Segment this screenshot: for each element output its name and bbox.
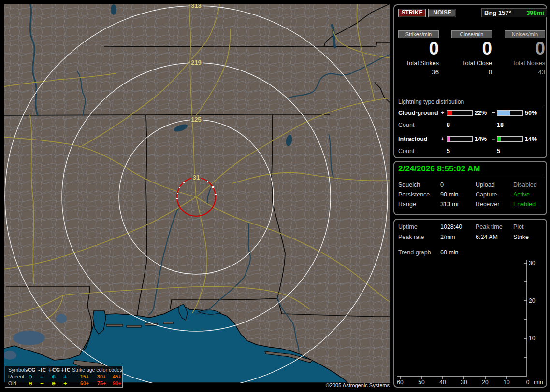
cloud-ground-row: Cloud-ground + 22% − 50% xyxy=(394,110,546,117)
ic-positive-pct: 14% xyxy=(475,136,487,142)
minus-sign: − xyxy=(492,110,495,116)
x-tick-50: 50 xyxy=(415,379,428,386)
cg-positive-fill xyxy=(447,111,452,115)
age-45: 45+ xyxy=(108,374,126,380)
map-graphic: 313 219 125 31 xyxy=(4,4,390,383)
legend-age-title: Strike age color codes xyxy=(72,367,122,373)
x-axis-unit: min xyxy=(532,379,545,386)
cg-positive-pct: 22% xyxy=(475,110,487,116)
plus-icon: + xyxy=(59,374,71,380)
bearing-range-value: 398mi xyxy=(526,9,544,17)
total-close-value: 0 xyxy=(449,69,495,76)
ring-label-313: 313 xyxy=(191,4,202,9)
capture-status: Active xyxy=(513,191,530,198)
ring-label-219: 219 xyxy=(191,59,202,66)
ic-negative-pct: 14% xyxy=(525,136,537,142)
minus-sign: − xyxy=(492,136,495,142)
strike-button[interactable]: STRIKE xyxy=(398,9,426,17)
cg-negative-fill xyxy=(497,111,510,115)
copyright-text: ©2005 Astrogenic Systems xyxy=(290,382,390,388)
bearing-display: Bng 157° 398mi xyxy=(481,8,547,17)
upload-status: Disabled xyxy=(513,182,537,188)
ic-negative-fill xyxy=(497,137,501,141)
cloud-ground-label: Cloud-ground xyxy=(398,110,438,116)
total-strikes-label: Total Strikes xyxy=(395,60,442,67)
close-per-min-label: Close/min xyxy=(451,30,492,38)
plus-sign: + xyxy=(441,110,444,116)
legend-col-pos-ic: +IC xyxy=(59,367,71,373)
ic-positive-fill xyxy=(447,137,450,141)
ring-label-31: 31 xyxy=(193,174,200,181)
capture-label: Capture xyxy=(476,191,497,198)
circle-plus-icon: ⊕ xyxy=(48,374,59,380)
count-label: Count xyxy=(398,122,414,128)
circle-minus-icon: ⊖ xyxy=(25,380,36,387)
y-tick-30: 30 xyxy=(529,260,543,266)
intracloud-label: Intracloud xyxy=(398,136,427,142)
map-legend: Symbols -CG -IC +CG +IC Strike age color… xyxy=(5,366,123,388)
x-tick-20: 20 xyxy=(478,379,492,386)
ic-negative-bar xyxy=(497,136,523,142)
age-15: 15+ xyxy=(76,374,93,380)
legend-symbols-label: Symbols xyxy=(8,367,27,373)
ic-negative-count: 5 xyxy=(497,148,500,154)
y-tick-10: 10 xyxy=(529,335,543,342)
range-value: 313 mi xyxy=(440,201,459,208)
datetime-display: 2/24/2026 8:55:02 AM xyxy=(398,164,544,176)
cg-negative-count: 18 xyxy=(497,122,504,128)
total-close-label: Total Close xyxy=(449,60,495,67)
minus-icon: − xyxy=(36,380,48,387)
noises-per-min-counter: Noises/min 0 Total Noises 43 xyxy=(502,30,548,76)
status-row-range: Range 313 mi Receiver Enabled xyxy=(394,201,546,208)
trend-graph-axes xyxy=(394,220,546,387)
status-row-squelch: Squelch 0 Upload Disabled xyxy=(394,182,546,188)
legend-col-pos-cg: +CG xyxy=(48,367,59,373)
x-tick-30: 30 xyxy=(457,379,471,386)
plus-sign: + xyxy=(441,136,444,142)
x-tick-60: 60 xyxy=(393,379,407,386)
cg-positive-count: 8 xyxy=(447,122,450,128)
legend-recent-row: Recent ⊖ − ⊕ + 15+ 30+ 45+ xyxy=(5,374,122,380)
count-label: Count xyxy=(398,148,414,154)
strikes-per-min-counter: Strikes/min 0 Total Strikes 36 xyxy=(395,30,442,76)
noises-per-min-label: Noises/min xyxy=(505,30,545,38)
noises-per-min-value: 0 xyxy=(502,39,548,58)
legend-header-row: Symbols -CG -IC +CG +IC Strike age color… xyxy=(5,367,122,373)
circle-minus-icon: ⊖ xyxy=(25,374,36,380)
legend-col-neg-cg: -CG xyxy=(25,367,36,373)
map-canvas[interactable]: 313 219 125 31 Symbols -CG -IC +CG +IC S… xyxy=(4,4,390,383)
strikes-per-min-label: Strikes/min xyxy=(398,30,439,38)
total-strikes-value: 36 xyxy=(395,69,442,76)
legend-old-row: Old ⊖ − ⊕ + 60+ 75+ 90+ xyxy=(5,380,122,387)
squelch-value: 0 xyxy=(440,182,444,188)
total-noises-value: 43 xyxy=(502,69,548,76)
ic-positive-bar xyxy=(447,136,473,142)
cg-positive-bar xyxy=(447,110,473,116)
age-60: 60+ xyxy=(76,380,93,387)
receiver-label: Receiver xyxy=(476,201,499,208)
circle-plus-icon: ⊕ xyxy=(48,380,59,387)
legend-old-label: Old xyxy=(8,380,27,387)
y-tick-20: 20 xyxy=(529,297,543,304)
legend-recent-label: Recent xyxy=(8,374,27,380)
status-row-persistence: Persistence 90 min Capture Active xyxy=(394,191,546,198)
ic-positive-count: 5 xyxy=(447,148,450,154)
persistence-label: Persistence xyxy=(398,191,430,198)
bearing-value: Bng 157° xyxy=(484,9,511,16)
intracloud-row: Intracloud + 14% − 14% xyxy=(394,136,546,143)
stats-panel: Uptime 1028:40 Peak time Plot Peak rate … xyxy=(393,219,547,388)
distribution-title: Lightning type distribution xyxy=(398,98,544,107)
noise-button[interactable]: NOISE xyxy=(428,9,456,17)
ring-label-125: 125 xyxy=(191,116,202,123)
age-90: 90+ xyxy=(108,380,126,387)
age-30: 30+ xyxy=(93,374,110,380)
upload-label: Upload xyxy=(476,182,495,188)
squelch-label: Squelch xyxy=(398,182,420,188)
close-per-min-value: 0 xyxy=(449,39,495,58)
counters-panel: STRIKE NOISE Bng 157° 398mi Strikes/min … xyxy=(393,4,547,158)
cg-negative-bar xyxy=(497,110,523,116)
range-label: Range xyxy=(398,201,416,208)
total-noises-label: Total Noises xyxy=(502,60,548,67)
plus-icon: + xyxy=(59,380,71,387)
minus-icon: − xyxy=(36,374,48,380)
